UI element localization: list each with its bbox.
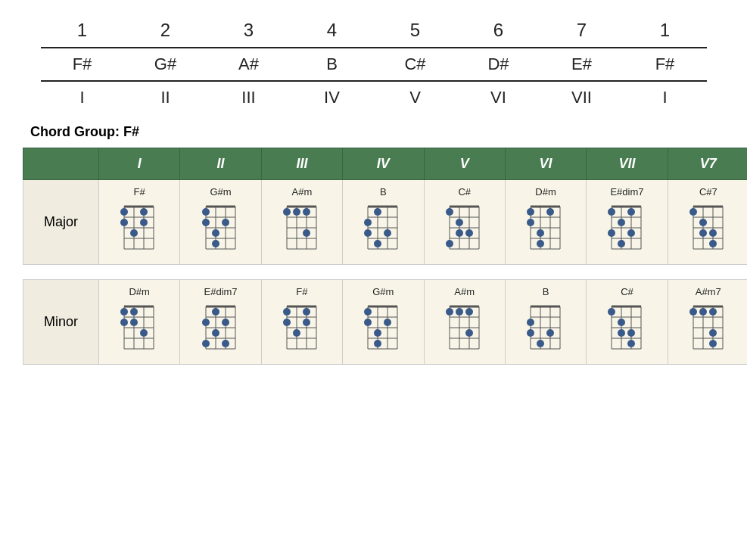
svg-point-53 bbox=[374, 240, 381, 247]
chord-name-label: E#dim7 bbox=[590, 186, 664, 198]
svg-point-181 bbox=[465, 329, 473, 337]
svg-point-135 bbox=[202, 319, 210, 326]
svg-point-67 bbox=[456, 229, 463, 237]
chord-diagram bbox=[684, 300, 733, 355]
major-chord-6: D#m bbox=[505, 180, 586, 265]
scale-roman-cell: I bbox=[41, 83, 124, 112]
svg-point-154 bbox=[303, 319, 310, 326]
col-header-V: V bbox=[424, 148, 505, 180]
scale-roman-row: IIIIIIIVVVIVIII bbox=[23, 83, 724, 112]
svg-point-136 bbox=[202, 340, 210, 347]
svg-point-164 bbox=[364, 308, 372, 316]
scale-note-cell: G# bbox=[124, 50, 207, 79]
svg-point-81 bbox=[537, 240, 544, 247]
svg-point-97 bbox=[627, 229, 635, 237]
chord-name-label: A#m bbox=[428, 286, 502, 297]
chord-diagram bbox=[440, 300, 489, 355]
svg-point-180 bbox=[465, 308, 473, 316]
chord-name-label: B bbox=[509, 286, 583, 297]
scale-note-cell: F# bbox=[624, 50, 707, 79]
svg-point-39 bbox=[303, 208, 310, 216]
col-header-IV: IV bbox=[343, 148, 424, 180]
chord-name-label: C#7 bbox=[671, 186, 745, 198]
chord-table: IIIIIIIVVVIVIIV7MajorF#G#mA#mBC#D#mE#dim… bbox=[23, 148, 747, 365]
col-header-I: I bbox=[99, 148, 180, 180]
svg-point-111 bbox=[709, 240, 717, 247]
chord-diagram bbox=[115, 201, 163, 255]
minor-chord-7: C# bbox=[587, 280, 668, 365]
scale-roman-cell: V bbox=[374, 83, 457, 112]
scale-roman-cell: VI bbox=[457, 83, 540, 112]
scale-number-cell: 4 bbox=[291, 15, 374, 45]
svg-point-121 bbox=[120, 308, 128, 316]
svg-point-9 bbox=[120, 208, 128, 216]
svg-point-122 bbox=[120, 319, 128, 326]
svg-point-40 bbox=[303, 229, 310, 237]
scale-number-cell: 5 bbox=[374, 15, 457, 45]
minor-chord-3: F# bbox=[261, 280, 342, 365]
svg-point-138 bbox=[212, 329, 219, 337]
chord-group-title: Chord Group: F# bbox=[30, 124, 724, 140]
col-header-III: III bbox=[261, 148, 342, 180]
svg-point-78 bbox=[527, 208, 534, 216]
chord-diagram bbox=[197, 300, 245, 355]
minor-chord-5: A#m bbox=[424, 280, 505, 365]
svg-point-220 bbox=[709, 308, 717, 316]
svg-point-137 bbox=[212, 308, 219, 316]
chord-name-label: C# bbox=[428, 186, 502, 198]
chord-name-label: D#m bbox=[509, 186, 583, 198]
scale-roman-cell: I bbox=[624, 83, 707, 112]
scale-roman-cell: VII bbox=[540, 83, 624, 112]
major-chord-3: A#m bbox=[261, 180, 342, 265]
chord-name-label: D#m bbox=[102, 286, 176, 297]
svg-point-165 bbox=[364, 319, 372, 326]
chord-name-label: B bbox=[346, 186, 420, 198]
svg-point-139 bbox=[222, 319, 229, 326]
svg-point-50 bbox=[364, 219, 372, 226]
svg-point-37 bbox=[283, 208, 291, 216]
chord-diagram bbox=[197, 201, 245, 255]
svg-point-11 bbox=[130, 229, 138, 237]
empty-header bbox=[23, 148, 99, 180]
svg-point-65 bbox=[446, 240, 453, 247]
chord-diagram bbox=[440, 201, 489, 255]
scale-note-cell: C# bbox=[374, 50, 457, 79]
svg-point-167 bbox=[374, 340, 381, 347]
row-label-major: Major bbox=[23, 180, 99, 265]
svg-point-124 bbox=[130, 319, 138, 326]
svg-point-13 bbox=[140, 219, 148, 226]
minor-chord-8: A#m7 bbox=[668, 280, 747, 365]
svg-point-204 bbox=[608, 308, 615, 316]
scale-roman-cell: II bbox=[124, 83, 207, 112]
row-label-minor: Minor bbox=[23, 280, 99, 365]
svg-point-110 bbox=[709, 229, 717, 237]
svg-point-68 bbox=[465, 229, 473, 237]
svg-point-125 bbox=[140, 329, 148, 337]
major-chord-7: E#dim7 bbox=[587, 180, 668, 265]
svg-point-152 bbox=[293, 329, 300, 337]
svg-point-80 bbox=[537, 229, 544, 237]
chord-diagram bbox=[278, 300, 326, 355]
svg-point-151 bbox=[283, 319, 291, 326]
chord-name-label: F# bbox=[265, 286, 339, 297]
chord-name-label: G#m bbox=[183, 186, 257, 198]
chord-diagram bbox=[278, 201, 326, 255]
svg-point-166 bbox=[374, 329, 381, 337]
svg-point-179 bbox=[456, 308, 463, 316]
scale-number-cell: 1 bbox=[41, 15, 124, 45]
chord-diagram bbox=[359, 300, 407, 355]
scale-note-cell: A# bbox=[207, 50, 291, 79]
svg-point-38 bbox=[293, 208, 300, 216]
svg-point-94 bbox=[618, 219, 625, 226]
svg-point-51 bbox=[364, 229, 372, 237]
chord-name-label: E#dim7 bbox=[183, 286, 257, 297]
svg-point-153 bbox=[303, 308, 310, 316]
svg-point-92 bbox=[608, 208, 615, 216]
major-chord-8: C#7 bbox=[668, 180, 747, 265]
scale-number-cell: 6 bbox=[457, 15, 540, 45]
chord-name-label: F# bbox=[102, 186, 176, 198]
svg-point-123 bbox=[130, 308, 138, 316]
major-chord-1: F# bbox=[99, 180, 180, 265]
scale-number-cell: 1 bbox=[624, 15, 707, 45]
scale-note-cell: F# bbox=[41, 50, 124, 79]
